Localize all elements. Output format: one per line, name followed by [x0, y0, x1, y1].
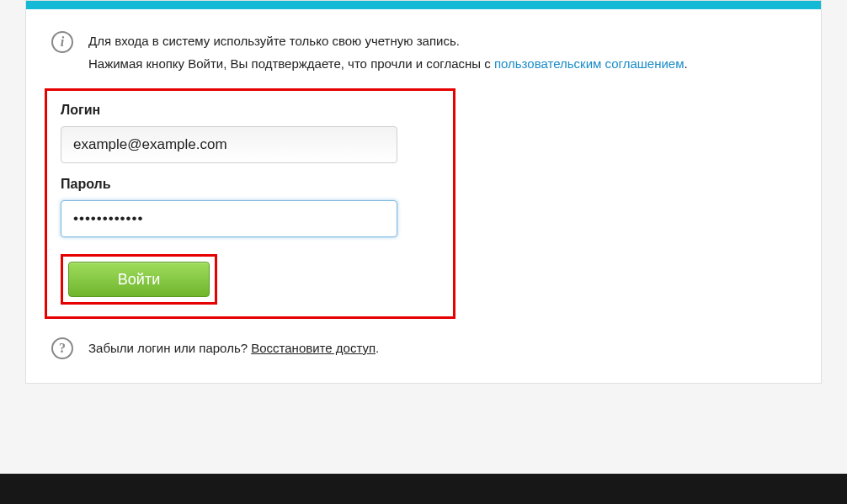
help-row: ? Забыли логин или пароль? Восстановите … [26, 331, 821, 366]
password-label: Пароль [61, 177, 439, 192]
info-line2: Нажимая кнопку Войти, Вы подтверждаете, … [88, 52, 688, 75]
password-input[interactable] [61, 200, 397, 237]
help-icon: ? [51, 337, 73, 359]
page-footer [0, 474, 847, 504]
submit-highlight-box: Войти [61, 254, 217, 305]
help-prefix: Забыли логин или пароль? [88, 341, 251, 355]
info-message: i Для входа в систему используйте только… [26, 9, 821, 83]
restore-access-link[interactable]: Восстановите доступ [251, 341, 376, 355]
login-input[interactable] [61, 126, 397, 163]
info-icon: i [51, 31, 73, 53]
info-glyph: i [61, 34, 64, 50]
login-label: Логин [61, 103, 439, 118]
login-group: Логин [61, 103, 439, 163]
top-accent-bar [26, 1, 821, 9]
help-suffix: . [376, 341, 379, 355]
info-line1: Для входа в систему используйте только с… [88, 29, 688, 52]
password-group: Пароль [61, 177, 439, 237]
help-text: Забыли логин или пароль? Восстановите до… [88, 341, 379, 355]
login-panel: i Для входа в систему используйте только… [25, 0, 822, 384]
info-line2-prefix: Нажимая кнопку Войти, Вы подтверждаете, … [88, 56, 494, 71]
info-line2-suffix: . [684, 56, 687, 71]
user-agreement-link[interactable]: пользовательским соглашением [494, 56, 685, 71]
submit-button[interactable]: Войти [68, 262, 210, 297]
info-text-block: Для входа в систему используйте только с… [88, 29, 688, 75]
help-glyph: ? [59, 341, 66, 356]
form-highlight-box: Логин Пароль Войти [45, 88, 455, 319]
